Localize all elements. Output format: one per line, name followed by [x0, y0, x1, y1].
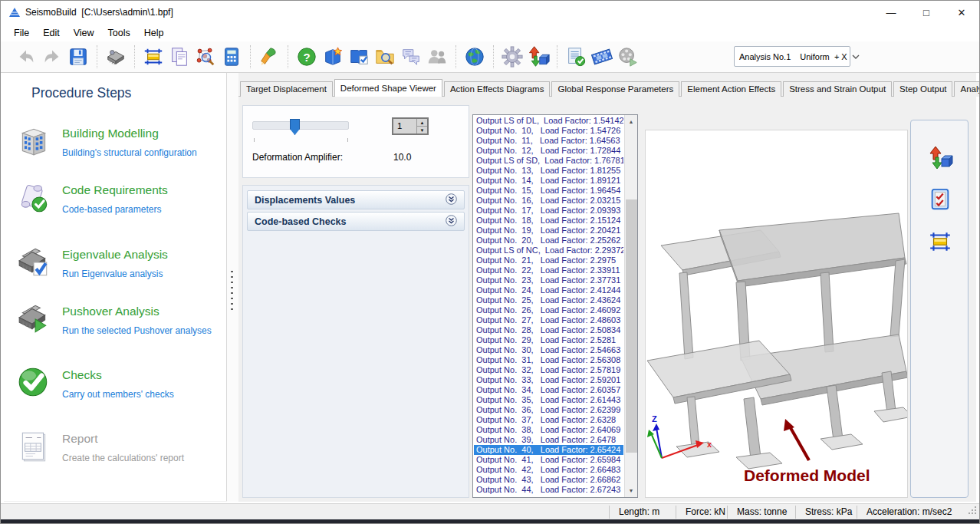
- scroll-thumb[interactable]: [626, 199, 637, 453]
- beam-section-button[interactable]: [140, 44, 166, 70]
- menu-view[interactable]: View: [67, 26, 101, 40]
- video-capture-button[interactable]: [589, 44, 615, 70]
- menu-help[interactable]: Help: [137, 26, 171, 40]
- help-button[interactable]: ?: [294, 44, 320, 70]
- output-list-item[interactable]: Output No. 27, Load Factor: 2.48603: [474, 315, 623, 325]
- amplifier-slider[interactable]: [252, 121, 349, 130]
- verify-book-button[interactable]: [346, 44, 372, 70]
- output-list-item[interactable]: Output No. 22, Load Factor: 2.33911: [474, 265, 623, 275]
- deformed-shape-button[interactable]: [525, 44, 551, 70]
- scroll-up-arrow[interactable]: ▲: [625, 115, 637, 128]
- output-list-item[interactable]: Output No. 44, Load Factor: 2.67243: [474, 485, 623, 495]
- output-list-item[interactable]: Output No. 11, Load Factor: 1.64563: [474, 136, 623, 146]
- undo-button[interactable]: [13, 44, 39, 70]
- model-viewer-button[interactable]: [192, 44, 219, 70]
- output-list-item[interactable]: Output No. 20, Load Factor: 2.25262: [474, 236, 623, 246]
- output-list-item[interactable]: Output No. 28, Load Factor: 2.50834: [474, 325, 623, 335]
- sidebar-item-report[interactable]: Report Create the calculations' report: [16, 427, 219, 472]
- output-list-item[interactable]: Output No. 18, Load Factor: 2.15124: [474, 216, 623, 226]
- output-list-item[interactable]: Output No. 25, Load Factor: 2.43624: [474, 295, 623, 305]
- slider-thumb[interactable]: [290, 119, 300, 135]
- output-list-item[interactable]: Output No. 43, Load Factor: 2.66862: [474, 475, 623, 485]
- tab-action-effects-diagrams[interactable]: Action Effects Diagrams: [444, 81, 551, 97]
- output-list-item[interactable]: Output No. 16, Load Factor: 2.03215: [474, 196, 623, 206]
- spinner-down-button[interactable]: ▼: [417, 126, 427, 133]
- settings-gear-button[interactable]: [499, 44, 525, 70]
- search-folder-button[interactable]: [372, 44, 398, 70]
- output-list-item[interactable]: Output No. 37, Load Factor: 2.6328: [474, 415, 623, 425]
- paintbrush-button[interactable]: [256, 44, 282, 70]
- output-list-item[interactable]: Output No. 24, Load Factor: 2.41244: [474, 285, 623, 295]
- log-document-button[interactable]: [563, 44, 589, 70]
- output-list-item[interactable]: Output No. 41, Load Factor: 2.65984: [474, 455, 623, 465]
- output-list-item[interactable]: Output No. 30, Load Factor: 2.54663: [474, 345, 623, 355]
- feedback-bubbles-button[interactable]: [398, 44, 424, 70]
- output-list-item[interactable]: Output LS of SD, Load Factor: 1.76781: [474, 156, 623, 166]
- redo-button[interactable]: [39, 44, 65, 70]
- output-list-item[interactable]: Output No. 10, Load Factor: 1.54726: [474, 126, 623, 136]
- minimize-button[interactable]: —: [873, 1, 909, 24]
- output-list-item[interactable]: Output No. 35, Load Factor: 2.61443: [474, 395, 623, 405]
- section-displacements-values[interactable]: Displacements Values: [247, 190, 465, 209]
- tab-target-displacement[interactable]: Target Displacement: [240, 81, 333, 97]
- output-list-item[interactable]: Output No. 15, Load Factor: 1.96454: [474, 186, 623, 196]
- output-list-item[interactable]: Output No. 38, Load Factor: 2.64069: [474, 425, 623, 435]
- sidebar-item-code-requirements[interactable]: Code Requirements Code-based parameters: [16, 179, 219, 223]
- menu-file[interactable]: File: [7, 26, 36, 40]
- beam-section-icon[interactable]: [927, 229, 953, 255]
- maximize-button[interactable]: □: [909, 1, 944, 24]
- resize-grip[interactable]: [968, 506, 977, 517]
- output-list-item[interactable]: Output No. 40, Load Factor: 2.65424: [474, 445, 623, 455]
- amplifier-spinner[interactable]: 1 ▲ ▼: [392, 117, 429, 135]
- tab-deformed-shape-viewer[interactable]: Deformed Shape Viewer: [334, 79, 442, 97]
- output-list-item[interactable]: Output LS of DL, Load Factor: 1.54142: [474, 116, 623, 126]
- tab-stress-and-strain-output[interactable]: Stress and Strain Output: [783, 81, 892, 97]
- save-button[interactable]: [65, 44, 91, 70]
- menu-tools[interactable]: Tools: [101, 26, 137, 40]
- output-list[interactable]: Output LS of DL, Load Factor: 1.54142Out…: [472, 114, 638, 498]
- tab-analysis-logs[interactable]: Analysis Logs: [954, 81, 980, 97]
- scroll-down-arrow[interactable]: ▼: [625, 484, 637, 497]
- tab-global-response-parameters[interactable]: Global Response Parameters: [551, 81, 679, 97]
- model-3d-canvas[interactable]: Z x Deformed Model: [645, 130, 908, 498]
- deformed-shape-icon[interactable]: [927, 145, 953, 171]
- output-list-item[interactable]: Output No. 26, Load Factor: 2.46092: [474, 305, 623, 315]
- output-list-item[interactable]: Output No. 36, Load Factor: 2.62399: [474, 405, 623, 415]
- movie-maker-button[interactable]: [615, 44, 641, 70]
- collapse-chevron-icon[interactable]: [446, 193, 457, 207]
- sidebar-item-eigenvalue-analysis[interactable]: Eigenvalue Analysis Run Eigenvalue analy…: [16, 243, 219, 288]
- output-list-item[interactable]: Output No. 39, Load Factor: 2.6478: [474, 435, 623, 445]
- processor-button[interactable]: [103, 44, 129, 70]
- checks-list-icon[interactable]: [927, 186, 953, 213]
- calculator-button[interactable]: [219, 44, 245, 70]
- output-list-item[interactable]: Output No. 34, Load Factor: 2.60357: [474, 385, 623, 395]
- menu-edit[interactable]: Edit: [36, 26, 67, 40]
- manual-book-button[interactable]: [320, 44, 346, 70]
- web-globe-button[interactable]: [462, 44, 488, 70]
- output-list-item[interactable]: Output LS of NC, Load Factor: 2.29372: [474, 246, 623, 255]
- output-list-item[interactable]: Output No. 31, Load Factor: 2.56308: [474, 355, 623, 365]
- collapse-chevron-icon[interactable]: [446, 215, 457, 229]
- sidebar-item-building-modelling[interactable]: Building Modelling Building's structural…: [16, 122, 219, 166]
- output-list-item[interactable]: Output No. 21, Load Factor: 2.2975: [474, 255, 623, 265]
- tab-step-output[interactable]: Step Output: [893, 81, 952, 97]
- output-list-item[interactable]: Output No. 32, Load Factor: 2.57819: [474, 365, 623, 375]
- forum-users-button[interactable]: [424, 44, 450, 70]
- section-code-based-checks[interactable]: Code-based Checks: [247, 212, 465, 231]
- output-list-item[interactable]: Output No. 29, Load Factor: 2.5281: [474, 335, 623, 345]
- output-list-item[interactable]: Output No. 14, Load Factor: 1.89121: [474, 176, 623, 186]
- splitter-grip[interactable]: [231, 271, 233, 314]
- output-list-item[interactable]: Output No. 19, Load Factor: 2.20421: [474, 226, 623, 236]
- spinner-up-button[interactable]: ▲: [417, 119, 427, 126]
- output-list-item[interactable]: Output No. 23, Load Factor: 2.37731: [474, 275, 623, 285]
- output-list-item[interactable]: Output No. 17, Load Factor: 2.09393: [474, 206, 623, 216]
- sidebar-item-checks[interactable]: Checks Carry out members' checks: [16, 364, 219, 408]
- list-scrollbar[interactable]: ▲ ▼: [624, 115, 637, 497]
- output-list-item[interactable]: Output No. 12, Load Factor: 1.72844: [474, 146, 623, 156]
- output-list-item[interactable]: Output No. 13, Load Factor: 1.81255: [474, 166, 623, 176]
- report-document-button[interactable]: [166, 44, 192, 70]
- output-list-item[interactable]: Output No. 33, Load Factor: 2.59201: [474, 375, 623, 385]
- tab-element-action-effects[interactable]: Element Action Effects: [681, 81, 781, 97]
- output-list-item[interactable]: Output No. 42, Load Factor: 2.66483: [474, 465, 623, 475]
- sidebar-item-pushover-analysis[interactable]: Pushover Analysis Run the selected Pusho…: [16, 300, 219, 344]
